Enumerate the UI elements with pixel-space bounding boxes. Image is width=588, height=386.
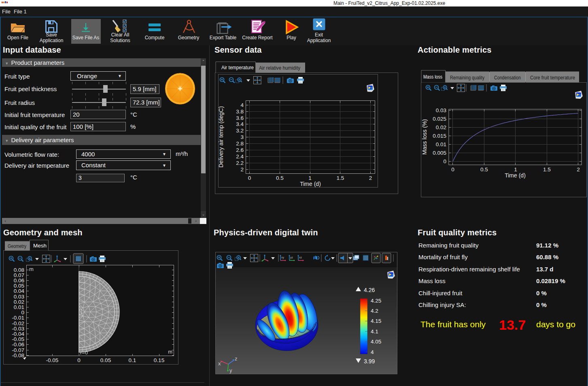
svg-text:2.4: 2.4 xyxy=(236,154,244,160)
svg-text:3.8: 3.8 xyxy=(236,109,244,115)
svg-text:4.25: 4.25 xyxy=(371,298,381,304)
svg-text:0.02: 0.02 xyxy=(436,124,446,130)
svg-text:2.8: 2.8 xyxy=(236,141,244,147)
svg-text:-0.08: -0.08 xyxy=(12,352,24,358)
svg-text:Mass loss (%): Mass loss (%) xyxy=(421,119,428,155)
svg-text:1.5: 1.5 xyxy=(336,175,344,181)
svg-text:3.6: 3.6 xyxy=(236,115,244,121)
svg-text:m: m xyxy=(168,349,172,355)
svg-text:0: 0 xyxy=(451,166,454,173)
svg-text:Mass loss: Mass loss xyxy=(423,74,442,80)
svg-text:Delivery air temp (degC): Delivery air temp (degC) xyxy=(218,106,224,168)
svg-text:0.1: 0.1 xyxy=(129,357,136,363)
svg-text:0.05: 0.05 xyxy=(100,357,111,363)
svg-text:2: 2 xyxy=(240,166,244,173)
svg-text:2.2: 2.2 xyxy=(236,160,244,166)
svg-text:4.2: 4.2 xyxy=(371,308,378,314)
svg-text:2: 2 xyxy=(577,166,580,173)
svg-text:0: 0 xyxy=(77,357,81,363)
svg-text:1: 1 xyxy=(308,175,312,181)
svg-text:0.01: 0.01 xyxy=(436,141,446,147)
svg-text:Air relative humidity: Air relative humidity xyxy=(259,65,300,71)
svg-text:4.26: 4.26 xyxy=(364,287,375,293)
svg-text:0.15: 0.15 xyxy=(154,357,164,363)
svg-text:1: 1 xyxy=(514,166,517,173)
svg-text:4.1: 4.1 xyxy=(371,328,378,335)
svg-text:0.005: 0.005 xyxy=(433,150,446,156)
svg-text:Time (d): Time (d) xyxy=(300,181,321,187)
svg-text:3: 3 xyxy=(240,134,244,140)
svg-text:3.2: 3.2 xyxy=(236,128,244,134)
svg-text:0: 0 xyxy=(443,158,446,164)
svg-text:0.5: 0.5 xyxy=(276,175,284,181)
svg-text:4.15: 4.15 xyxy=(371,318,381,324)
svg-text:z: z xyxy=(235,356,238,362)
svg-text:Remaining quality: Remaining quality xyxy=(450,75,484,81)
svg-text:4: 4 xyxy=(371,349,374,355)
svg-text:Geometry: Geometry xyxy=(8,243,26,249)
svg-text:0.03: 0.03 xyxy=(436,107,446,113)
svg-text:0.015: 0.015 xyxy=(433,133,446,139)
svg-text:2.6: 2.6 xyxy=(236,147,244,153)
svg-text:1.5: 1.5 xyxy=(543,166,551,173)
svg-text:x: x xyxy=(218,360,221,367)
svg-text:0.025: 0.025 xyxy=(433,116,446,122)
svg-text:Time (d): Time (d) xyxy=(505,172,526,179)
svg-text:0: 0 xyxy=(248,175,251,181)
svg-text:Air temperature: Air temperature xyxy=(221,64,254,70)
svg-text:2: 2 xyxy=(369,175,372,181)
svg-text:m: m xyxy=(29,266,34,272)
svg-text:4.05: 4.05 xyxy=(371,339,381,345)
svg-text:y: y xyxy=(229,367,232,373)
svg-text:-0.05: -0.05 xyxy=(46,357,59,363)
svg-text:Mesh: Mesh xyxy=(33,243,47,249)
svg-text:3.99: 3.99 xyxy=(364,358,375,365)
svg-text:4: 4 xyxy=(240,102,244,108)
svg-text:3.4: 3.4 xyxy=(236,121,244,127)
svg-text:Condensation: Condensation xyxy=(494,75,521,81)
svg-text:0.5: 0.5 xyxy=(480,166,488,173)
svg-text:Core fruit temperature: Core fruit temperature xyxy=(530,75,575,81)
svg-text:r=0: r=0 xyxy=(80,350,88,356)
